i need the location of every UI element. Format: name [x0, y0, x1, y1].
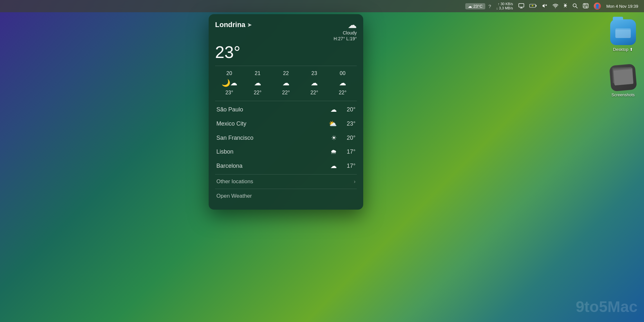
location-list: São Paulo ☁ 20° Mexico City ⛅ 23° San Fr… — [215, 101, 357, 173]
controls-svg — [583, 3, 589, 8]
sao-paulo-temp: 20° — [341, 106, 355, 113]
wifi-svg — [553, 4, 558, 8]
network-down: ↓ 3,3 MB/s — [496, 6, 513, 10]
menubar-display-icon[interactable] — [517, 3, 526, 10]
hourly-item-0: 20 🌙☁ 23° — [215, 71, 243, 96]
lisbon-right: 🌧 17° — [330, 148, 355, 156]
network-up: ↑ 30 KB/s — [496, 2, 513, 6]
svg-rect-10 — [583, 4, 588, 8]
svg-line-9 — [576, 6, 577, 8]
open-weather-row[interactable]: Open Weather — [215, 189, 357, 203]
hourly-temp-1: 22° — [254, 90, 261, 96]
location-row-sao-paulo[interactable]: São Paulo ☁ 20° — [215, 102, 357, 117]
menubar-question-mark[interactable]: ? — [487, 4, 492, 9]
lisbon-name: Lisbon — [216, 148, 233, 155]
hourly-time-2: 22 — [283, 71, 289, 76]
open-weather-label: Open Weather — [216, 193, 252, 199]
location-row-barcelona[interactable]: Barcelona ☁ 17° — [215, 159, 357, 173]
location-name: Londrina — [215, 21, 245, 29]
hourly-icon-2: ☁ — [282, 79, 289, 87]
menubar-battery-icon[interactable] — [528, 3, 538, 10]
hourly-time-3: 23 — [311, 71, 317, 76]
menubar-weather-widget[interactable]: ☁ 23°C — [465, 3, 485, 9]
barcelona-name: Barcelona — [216, 163, 242, 169]
svg-point-11 — [584, 4, 585, 5]
condition-cloud-icon: ☁ — [348, 21, 357, 30]
location-row-lisbon[interactable]: Lisbon 🌧 17° — [215, 145, 357, 159]
weather-condition: ☁ Cloudy H:27° L:19° — [334, 21, 357, 41]
desktop-folder-label: Desktop ⬆ — [613, 47, 633, 52]
mexico-city-right: ⛅ 23° — [329, 120, 355, 128]
menubar-search-icon[interactable] — [571, 3, 579, 10]
sao-paulo-right: ☁ 20° — [330, 106, 355, 113]
hourly-item-2: 22 ☁ 22° — [272, 71, 300, 96]
watermark: 9to5Mac — [576, 298, 638, 316]
location-arrow-icon: ➤ — [247, 22, 251, 28]
barcelona-temp: 17° — [341, 163, 355, 169]
other-locations-chevron-icon: › — [354, 179, 355, 185]
svg-rect-16 — [615, 30, 631, 38]
folder-svg — [615, 26, 631, 39]
menubar-controls-icon[interactable] — [581, 3, 590, 10]
screenshots-icon[interactable]: Screenshots — [609, 65, 638, 97]
hourly-icon-1: ☁ — [254, 79, 261, 87]
bluetooth-svg — [564, 3, 567, 9]
hourly-temp-2: 22° — [282, 90, 290, 96]
other-locations-label: Other locations — [216, 178, 253, 185]
barcelona-icon: ☁ — [330, 162, 337, 170]
hourly-temp-0: 23° — [225, 90, 233, 96]
san-francisco-right: ☀ 20° — [331, 134, 355, 142]
menubar-bluetooth-icon[interactable] — [562, 2, 569, 10]
location-row-san-francisco[interactable]: San Francisco ☀ 20° — [215, 131, 357, 145]
menubar-wifi-icon[interactable] — [551, 3, 560, 10]
display-svg — [518, 3, 524, 8]
san-francisco-temp: 20° — [341, 135, 355, 141]
hourly-time-4: 00 — [340, 71, 346, 76]
menubar-network-stats: ↑ 30 KB/s ↓ 3,3 MB/s — [494, 1, 515, 11]
hourly-time-0: 20 — [226, 71, 232, 76]
san-francisco-icon: ☀ — [331, 134, 337, 142]
hourly-icon-3: ☁ — [311, 79, 318, 87]
menubar-cloud-icon: ☁ — [468, 4, 472, 9]
hourly-forecast: 20 🌙☁ 23° 21 ☁ 22° 22 ☁ 22° 23 ☁ 22° 00 … — [215, 66, 357, 96]
location-row-mexico-city[interactable]: Mexico City ⛅ 23° — [215, 117, 357, 131]
lisbon-temp: 17° — [341, 148, 355, 155]
mute-svg — [542, 3, 547, 8]
desktop-icons: Desktop ⬆ Screenshots — [609, 19, 638, 97]
menubar-user-avatar[interactable]: 👤 — [592, 2, 602, 10]
other-locations-row[interactable]: Other locations › — [215, 174, 357, 189]
screenshots-img — [609, 64, 637, 92]
mexico-city-temp: 23° — [341, 120, 355, 127]
hourly-item-1: 21 ☁ 22° — [243, 71, 272, 96]
condition-label: Cloudy — [343, 30, 357, 35]
weather-popup: Londrina ➤ ☁ Cloudy H:27° L:19° 23° 20 🌙… — [209, 14, 363, 210]
barcelona-right: ☁ 17° — [330, 162, 355, 170]
menubar-datetime[interactable]: Mon 4 Nov 19:39 — [604, 3, 640, 9]
current-temperature: 23° — [215, 44, 357, 61]
svg-point-7 — [555, 7, 556, 8]
mexico-city-name: Mexico City — [216, 120, 246, 127]
hourly-time-1: 21 — [255, 71, 260, 76]
svg-point-12 — [586, 6, 587, 7]
hourly-icon-4: ☁ — [339, 79, 346, 87]
sao-paulo-name: São Paulo — [216, 106, 243, 113]
hourly-item-3: 23 ☁ 22° — [300, 71, 328, 96]
screenshots-label: Screenshots — [611, 92, 635, 97]
weather-location: Londrina ➤ — [215, 21, 251, 29]
menubar-temp: 23°C — [473, 4, 483, 9]
desktop-folder-img — [610, 19, 636, 45]
svg-rect-4 — [536, 5, 536, 6]
hourly-item-4: 00 ☁ 22° — [328, 71, 357, 96]
menubar-mute-icon[interactable] — [540, 3, 549, 10]
weather-header: Londrina ➤ ☁ Cloudy H:27° L:19° — [215, 21, 357, 41]
menu-bar: ☁ 23°C ? ↑ 30 KB/s ↓ 3,3 MB/s — [0, 0, 644, 12]
mexico-city-icon: ⛅ — [329, 120, 337, 128]
sao-paulo-icon: ☁ — [330, 106, 337, 113]
lisbon-icon: 🌧 — [330, 148, 337, 156]
san-francisco-name: San Francisco — [216, 135, 253, 141]
battery-svg — [529, 4, 536, 8]
desktop-folder-icon[interactable]: Desktop ⬆ — [609, 19, 638, 52]
svg-rect-0 — [519, 4, 524, 7]
hourly-temp-4: 22° — [339, 90, 346, 96]
hourly-icon-0: 🌙☁ — [222, 79, 237, 87]
